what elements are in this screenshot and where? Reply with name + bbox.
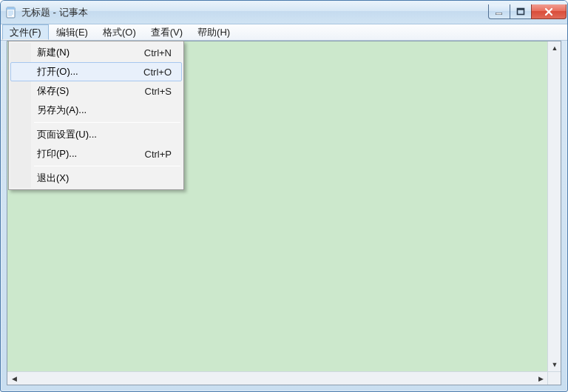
svg-rect-9 [518, 8, 524, 10]
menuitem-open[interactable]: 打开(O)... Ctrl+O [10, 62, 182, 81]
maximize-icon [516, 7, 525, 16]
menuitem-new[interactable]: 新建(N) Ctrl+N [10, 43, 182, 62]
menu-file[interactable]: 文件(F) [2, 24, 49, 40]
menuitem-save-label: 保存(S) [37, 84, 69, 98]
window-controls [489, 4, 567, 19]
menuitem-new-shortcut: Ctrl+N [144, 47, 172, 58]
menu-edit-label: 编辑(E) [56, 26, 88, 39]
resize-grip[interactable] [547, 371, 561, 385]
menuitem-pagesetup-label: 页面设置(U)... [37, 128, 97, 141]
menu-format-label: 格式(O) [103, 26, 136, 39]
close-button[interactable] [531, 4, 567, 19]
menu-help[interactable]: 帮助(H) [190, 24, 237, 40]
file-menu-dropdown: 新建(N) Ctrl+N 打开(O)... Ctrl+O 保存(S) Ctrl+… [8, 41, 184, 190]
menuitem-open-label: 打开(O)... [37, 65, 78, 78]
scroll-right-button[interactable]: ▶ [534, 372, 547, 385]
menuitem-exit-label: 退出(X) [37, 172, 69, 185]
menuitem-print-shortcut: Ctrl+P [145, 149, 172, 160]
menu-edit[interactable]: 编辑(E) [49, 24, 95, 40]
notepad-icon [5, 7, 17, 18]
menu-bar: 文件(F) 编辑(E) 格式(O) 查看(V) 帮助(H) [1, 24, 567, 41]
menu-help-label: 帮助(H) [197, 26, 230, 39]
chevron-up-icon: ▲ [552, 44, 558, 52]
dropdown-separator [34, 122, 180, 123]
chevron-right-icon: ▶ [538, 375, 544, 382]
menuitem-save-shortcut: Ctrl+S [145, 86, 172, 97]
menu-view[interactable]: 查看(V) [143, 24, 190, 40]
scroll-up-button[interactable]: ▲ [548, 41, 561, 55]
window-frame: 无标题 - 记事本 文件(F) 编辑(E) 格式(O) 查看(V) 帮助(H) [0, 0, 568, 392]
minimize-button[interactable] [488, 4, 510, 19]
scroll-down-button[interactable]: ▼ [548, 358, 561, 371]
menuitem-saveas-label: 另存为(A)... [37, 104, 87, 117]
menuitem-print[interactable]: 打印(P)... Ctrl+P [10, 144, 182, 163]
title-bar[interactable]: 无标题 - 记事本 [1, 1, 567, 24]
scroll-left-button[interactable]: ◀ [7, 372, 21, 385]
minimize-icon [495, 7, 504, 16]
maximize-button[interactable] [510, 4, 532, 19]
menuitem-save[interactable]: 保存(S) Ctrl+S [10, 81, 182, 101]
close-icon [544, 7, 554, 16]
chevron-down-icon: ▼ [552, 361, 558, 368]
vertical-scrollbar[interactable]: ▲ ▼ [547, 41, 561, 371]
menuitem-print-label: 打印(P)... [37, 147, 77, 160]
dropdown-separator [34, 166, 180, 166]
horizontal-scrollbar[interactable]: ◀ ▶ [7, 371, 547, 385]
menu-view-label: 查看(V) [151, 26, 183, 39]
menuitem-open-shortcut: Ctrl+O [143, 67, 172, 78]
menuitem-pagesetup[interactable]: 页面设置(U)... [10, 125, 182, 144]
menu-file-label: 文件(F) [10, 26, 41, 39]
chevron-left-icon: ◀ [12, 375, 17, 382]
menuitem-new-label: 新建(N) [37, 46, 70, 59]
menu-format[interactable]: 格式(O) [95, 24, 143, 40]
window-title: 无标题 - 记事本 [21, 6, 489, 19]
menuitem-saveas[interactable]: 另存为(A)... [10, 101, 182, 120]
svg-rect-1 [7, 7, 15, 10]
menuitem-exit[interactable]: 退出(X) [10, 169, 182, 188]
svg-rect-7 [496, 13, 502, 14]
